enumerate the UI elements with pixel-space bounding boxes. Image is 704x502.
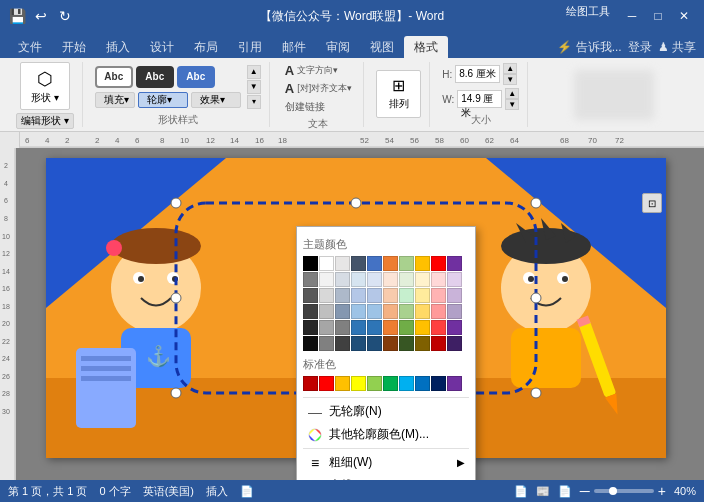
view-icon-1[interactable]: 📄 bbox=[514, 485, 528, 498]
theme-shade-5-1[interactable] bbox=[303, 336, 318, 351]
theme-shade-1-10[interactable] bbox=[447, 272, 462, 287]
theme-shade-4-7[interactable] bbox=[399, 320, 414, 335]
theme-shade-1-7[interactable] bbox=[399, 272, 414, 287]
save-icon[interactable]: 💾 bbox=[8, 7, 26, 25]
theme-shade-1-8[interactable] bbox=[415, 272, 430, 287]
zoom-slider[interactable] bbox=[594, 489, 654, 493]
theme-shade-3-9[interactable] bbox=[431, 304, 446, 319]
theme-shade-1-4[interactable] bbox=[351, 272, 366, 287]
theme-shade-1-6[interactable] bbox=[383, 272, 398, 287]
more-colors-item[interactable]: 其他轮廓颜色(M)... bbox=[303, 423, 469, 446]
width-up[interactable]: ▲ bbox=[505, 88, 519, 99]
theme-shade-5-4[interactable] bbox=[351, 336, 366, 351]
tab-references[interactable]: 引用 bbox=[228, 36, 272, 58]
theme-shade-5-10[interactable] bbox=[447, 336, 462, 351]
color-dark-blue[interactable] bbox=[351, 256, 366, 271]
theme-shade-2-8[interactable] bbox=[415, 288, 430, 303]
theme-shade-2-2[interactable] bbox=[319, 288, 334, 303]
view-icon-2[interactable]: 📰 bbox=[536, 485, 550, 498]
std-color-blue[interactable] bbox=[415, 376, 430, 391]
std-color-purple[interactable] bbox=[447, 376, 462, 391]
std-color-darkred[interactable] bbox=[303, 376, 318, 391]
arrange-btn[interactable]: ⊞ 排列 bbox=[376, 70, 421, 118]
shape-fill-btn[interactable]: 填充▾ bbox=[95, 92, 135, 108]
theme-shade-3-6[interactable] bbox=[383, 304, 398, 319]
theme-shade-4-9[interactable] bbox=[431, 320, 446, 335]
tab-mailings[interactable]: 邮件 bbox=[272, 36, 316, 58]
std-color-green[interactable] bbox=[383, 376, 398, 391]
theme-shade-5-5[interactable] bbox=[367, 336, 382, 351]
shape-effect-btn[interactable]: 效果▾ bbox=[191, 92, 241, 108]
theme-shade-3-5[interactable] bbox=[367, 304, 382, 319]
color-orange[interactable] bbox=[383, 256, 398, 271]
theme-shade-2-7[interactable] bbox=[399, 288, 414, 303]
std-color-darkblue[interactable] bbox=[431, 376, 446, 391]
quick-access-toolbar[interactable]: 💾 ↩ ↻ bbox=[8, 7, 74, 25]
theme-shade-4-5[interactable] bbox=[367, 320, 382, 335]
tell-me-label[interactable]: ⚡ 告诉我... bbox=[557, 39, 621, 56]
align-text-btn[interactable]: A [对]对齐文本▾ bbox=[282, 80, 355, 97]
shape-outline-btn[interactable]: 轮廓▾ bbox=[138, 92, 188, 108]
theme-shade-5-7[interactable] bbox=[399, 336, 414, 351]
color-yellow[interactable] bbox=[415, 256, 430, 271]
color-red[interactable] bbox=[431, 256, 446, 271]
shapes-button[interactable]: ⬡ 形状 ▾ bbox=[20, 62, 70, 110]
color-light-gray[interactable] bbox=[335, 256, 350, 271]
style-swatch-3[interactable]: Abc bbox=[177, 66, 215, 88]
color-green[interactable] bbox=[399, 256, 414, 271]
theme-shade-4-10[interactable] bbox=[447, 320, 462, 335]
theme-shade-1-5[interactable] bbox=[367, 272, 382, 287]
tab-review[interactable]: 审阅 bbox=[316, 36, 360, 58]
scroll-up[interactable]: ▲ bbox=[247, 65, 261, 79]
theme-shade-2-5[interactable] bbox=[367, 288, 382, 303]
theme-shade-1-1[interactable] bbox=[303, 272, 318, 287]
signin-label[interactable]: 登录 bbox=[628, 39, 652, 56]
theme-shade-3-1[interactable] bbox=[303, 304, 318, 319]
std-color-cyan[interactable] bbox=[399, 376, 414, 391]
theme-shade-2-6[interactable] bbox=[383, 288, 398, 303]
height-up[interactable]: ▲ bbox=[503, 63, 517, 74]
zoom-thumb[interactable] bbox=[609, 487, 617, 495]
theme-shade-4-6[interactable] bbox=[383, 320, 398, 335]
edit-shape-button[interactable]: 编辑形状 ▾ bbox=[16, 113, 74, 129]
text-direction-btn[interactable]: A 文字方向▾ bbox=[282, 62, 355, 79]
tab-home[interactable]: 开始 bbox=[52, 36, 96, 58]
theme-shade-4-4[interactable] bbox=[351, 320, 366, 335]
window-controls[interactable]: 绘图工具 ─ □ ✕ bbox=[566, 4, 696, 28]
theme-shade-5-8[interactable] bbox=[415, 336, 430, 351]
color-white[interactable] bbox=[319, 256, 334, 271]
color-blue[interactable] bbox=[367, 256, 382, 271]
theme-shade-2-10[interactable] bbox=[447, 288, 462, 303]
theme-shade-5-6[interactable] bbox=[383, 336, 398, 351]
theme-shade-4-1[interactable] bbox=[303, 320, 318, 335]
close-btn[interactable]: ✕ bbox=[672, 4, 696, 28]
theme-shade-4-8[interactable] bbox=[415, 320, 430, 335]
share-label[interactable]: ♟ 共享 bbox=[658, 39, 696, 56]
tab-format[interactable]: 格式 bbox=[404, 36, 448, 58]
style-swatch-2[interactable]: Abc bbox=[136, 66, 174, 88]
theme-shade-1-2[interactable] bbox=[319, 272, 334, 287]
color-black[interactable] bbox=[303, 256, 318, 271]
height-input[interactable]: 8.6 厘米 bbox=[455, 65, 500, 83]
std-color-orange[interactable] bbox=[335, 376, 350, 391]
color-purple[interactable] bbox=[447, 256, 462, 271]
image-control-icon[interactable]: ⊡ bbox=[642, 193, 662, 213]
theme-shade-5-9[interactable] bbox=[431, 336, 446, 351]
dashes-item[interactable]: - - - 虚线(S) ▶ bbox=[303, 474, 469, 480]
weight-item[interactable]: ≡ 粗细(W) ▶ bbox=[303, 451, 469, 474]
theme-shade-3-2[interactable] bbox=[319, 304, 334, 319]
scroll-more[interactable]: ▾ bbox=[247, 95, 261, 109]
theme-shade-1-9[interactable] bbox=[431, 272, 446, 287]
undo-icon[interactable]: ↩ bbox=[32, 7, 50, 25]
redo-icon[interactable]: ↻ bbox=[56, 7, 74, 25]
theme-shade-3-7[interactable] bbox=[399, 304, 414, 319]
std-color-yellow[interactable] bbox=[351, 376, 366, 391]
std-color-red[interactable] bbox=[319, 376, 334, 391]
theme-shade-4-2[interactable] bbox=[319, 320, 334, 335]
width-input[interactable]: 14.9 厘米 bbox=[457, 90, 502, 108]
theme-shade-2-3[interactable] bbox=[335, 288, 350, 303]
tab-insert[interactable]: 插入 bbox=[96, 36, 140, 58]
create-link-btn[interactable]: 创建链接 bbox=[282, 99, 355, 115]
theme-shade-2-1[interactable] bbox=[303, 288, 318, 303]
view-icon-3[interactable]: 📄 bbox=[558, 485, 572, 498]
